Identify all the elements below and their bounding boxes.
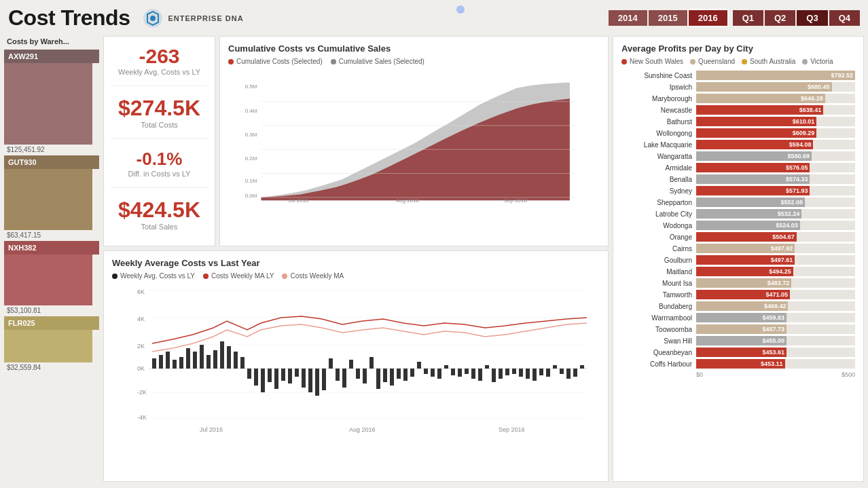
bar-fill: $483.72	[696, 278, 791, 288]
bar-outer: $576.05	[696, 163, 855, 172]
ma-ly-line	[152, 316, 587, 343]
svg-rect-72	[458, 369, 462, 377]
svg-text:0.2M: 0.2M	[245, 155, 257, 162]
legend-vic-dot	[802, 59, 808, 64]
bar-value: $497.92	[771, 245, 793, 252]
svg-text:4K: 4K	[137, 316, 145, 322]
bar-outer: $646.28	[696, 94, 855, 103]
city-name: Benalla	[621, 176, 696, 183]
year-2016-button[interactable]: 2016	[689, 10, 727, 26]
list-item: Wodonga$524.03	[621, 221, 855, 230]
warehouse-item-nxh382[interactable]: NXH382 $53,100.81	[4, 241, 99, 315]
year-2015-button[interactable]: 2015	[649, 10, 687, 26]
legend-nsw-label: New South Wales	[630, 58, 683, 65]
center-panel: -263 Weekly Avg. Costs vs LY $274.5K Tot…	[103, 36, 609, 482]
q1-button[interactable]: Q1	[733, 10, 763, 26]
top-center: -263 Weekly Avg. Costs vs LY $274.5K Tot…	[103, 36, 609, 246]
bar-value: $453.61	[762, 349, 784, 356]
legend-ma-label: Costs Weekly MA	[290, 272, 344, 280]
bar-fill: $457.73	[696, 324, 786, 334]
q3-button[interactable]: Q3	[797, 10, 827, 26]
warehouse-item-flr025[interactable]: FLR025 $32,559.84	[4, 316, 99, 372]
list-item: Bathurst$610.01	[621, 117, 855, 126]
svg-text:0.0M: 0.0M	[245, 193, 257, 199]
bar-outer: $532.24	[696, 209, 855, 219]
list-item: Lake Macquarie$594.08	[621, 140, 855, 149]
legend-ma-ly-dot	[203, 274, 209, 279]
bar-outer: $457.73	[696, 324, 855, 334]
list-item: Cairns$497.92	[621, 244, 855, 253]
svg-rect-56	[349, 360, 353, 369]
weekly-chart-card: Weekly Average Costs vs Last Year Weekly…	[103, 250, 609, 482]
city-name: Wollongong	[621, 130, 696, 137]
legend-qld: Queensland	[690, 58, 735, 65]
ma-line	[152, 323, 587, 352]
legend-vic-label: Victoria	[810, 58, 833, 65]
svg-text:Sep 2016: Sep 2016	[504, 198, 528, 204]
city-name: Bathurst	[621, 118, 696, 126]
q2-button[interactable]: Q2	[765, 10, 795, 26]
svg-rect-46	[281, 369, 285, 381]
list-item: Wollongong$609.29	[621, 128, 855, 138]
list-item: Ipswich$680.45	[621, 82, 855, 92]
svg-rect-49	[302, 369, 306, 388]
svg-rect-53	[329, 358, 333, 369]
list-item: Tamworth$471.05	[621, 290, 855, 299]
list-item: Orange$504.67	[621, 232, 855, 242]
bar-outer: $459.83	[696, 313, 855, 322]
svg-rect-73	[465, 369, 469, 374]
city-name: Newcastle	[621, 107, 696, 114]
svg-rect-36	[213, 350, 217, 369]
list-item: Benalla$574.33	[621, 174, 855, 184]
cumulative-chart-card: Cumulative Costs vs Cumulative Sales Cum…	[219, 36, 609, 246]
bar-outer: $497.61	[696, 255, 855, 265]
q4-button[interactable]: Q4	[829, 10, 860, 26]
svg-rect-51	[315, 369, 319, 396]
kpi-weekly-avg: -263 Weekly Avg. Costs vs LY	[118, 45, 200, 76]
warehouse-value-0: $125,451.92	[4, 145, 99, 154]
warehouse-id-0: AXW291	[8, 52, 38, 60]
bar-outer: $524.03	[696, 221, 855, 230]
legend-costs-dot	[228, 59, 234, 64]
bar-fill: $453.11	[696, 359, 785, 369]
svg-rect-81	[519, 369, 523, 377]
bar-fill: $494.25	[696, 267, 793, 276]
warehouse-item-axw291[interactable]: AXW291 $125,451.92	[4, 50, 99, 154]
svg-rect-66	[417, 362, 421, 369]
bar-fill: $459.83	[696, 313, 786, 322]
svg-rect-83	[532, 369, 537, 381]
list-item: Swan Hill$455.00	[621, 336, 855, 345]
svg-rect-34	[200, 345, 204, 369]
city-name: Ipswich	[621, 83, 696, 91]
bar-fill: $471.05	[696, 290, 790, 299]
warehouse-item-gut930[interactable]: GUT930 $63,417.15	[4, 155, 99, 240]
page-title: Cost Trends	[8, 5, 130, 31]
bar-fill: $610.01	[696, 117, 816, 126]
svg-text:-4K: -4K	[137, 414, 147, 421]
logo: ENTERPRISE DNA	[142, 7, 243, 29]
svg-rect-90	[580, 365, 584, 369]
bar-value: $497.61	[771, 257, 793, 263]
svg-text:-2K: -2K	[137, 389, 147, 396]
warehouse-value-2: $53,100.81	[4, 306, 99, 315]
year-2014-button[interactable]: 2014	[609, 10, 647, 26]
bar-fill: $552.08	[696, 198, 805, 207]
svg-text:0.1M: 0.1M	[245, 178, 257, 184]
bar-value: $453.11	[761, 360, 783, 367]
legend-sales-dot	[331, 59, 336, 64]
bar-fill: $576.05	[696, 163, 810, 172]
svg-rect-52	[322, 369, 326, 390]
legend-sa: South Australia	[742, 58, 795, 65]
bar-outer: $497.92	[696, 244, 855, 253]
svg-text:Sep 2016: Sep 2016	[499, 426, 525, 433]
bar-value: $594.08	[789, 141, 812, 148]
list-item: Goulburn$497.61	[621, 255, 855, 265]
legend-cumulative-costs: Cumulative Costs (Selected)	[228, 58, 323, 65]
warehouse-id-3: FLR025	[8, 319, 35, 327]
svg-rect-54	[336, 369, 340, 381]
bar-value: $469.42	[764, 303, 786, 309]
svg-rect-55	[342, 369, 346, 388]
list-item: Armidale$576.05	[621, 163, 855, 172]
bar-fill: $504.67	[696, 232, 797, 242]
list-item: Maitland$494.25	[621, 267, 855, 276]
